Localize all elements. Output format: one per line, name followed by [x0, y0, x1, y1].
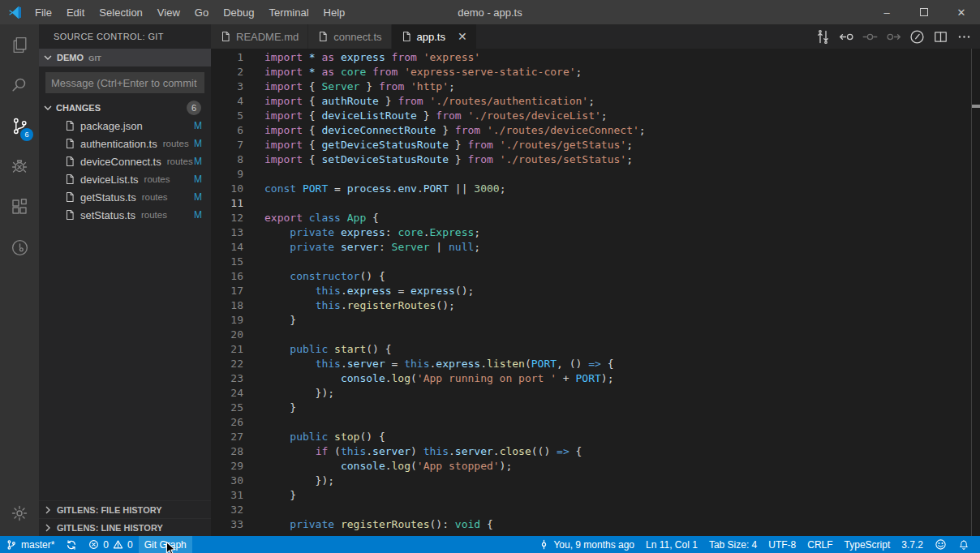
line-content: this.registerRoutes(); — [243, 298, 455, 313]
activity-extensions[interactable] — [0, 186, 39, 227]
minimize-button[interactable]: – — [868, 0, 905, 24]
close-tab-icon[interactable]: ✕ — [458, 31, 467, 42]
menu-terminal[interactable]: Terminal — [261, 0, 316, 24]
action-compare-prev[interactable] — [861, 28, 879, 45]
action-git-graph-view[interactable] — [814, 28, 832, 45]
title-bar: FileEditSelectionViewGoDebugTerminalHelp… — [0, 0, 980, 24]
activity-debug[interactable] — [0, 146, 39, 186]
indentation-item[interactable]: Tab Size: 4 — [703, 536, 763, 553]
cursor-position-item[interactable]: Ln 11, Col 1 — [640, 536, 703, 553]
file-folder: routes — [163, 139, 189, 148]
status-text: 0 — [103, 539, 109, 551]
menu-view[interactable]: View — [150, 0, 187, 24]
line-content: console.log('App stopped'); — [243, 459, 512, 474]
menu-go[interactable]: Go — [187, 0, 216, 24]
menu-debug[interactable]: Debug — [216, 0, 261, 24]
gitlens-file-history-panel[interactable]: GITLENS: FILE HISTORY — [39, 500, 211, 518]
status-text: You, 9 months ago — [553, 539, 634, 551]
chevron-down-icon — [41, 51, 54, 64]
activity-source-control[interactable]: 6 — [0, 105, 39, 146]
changed-file-row[interactable]: getStatus.tsroutesM — [39, 188, 211, 206]
activity-search[interactable] — [0, 65, 39, 105]
sync-icon — [66, 539, 77, 551]
code-editor[interactable]: 1import * as express from 'express'2impo… — [211, 49, 980, 536]
line-content: import { Server } from 'http'; — [243, 79, 455, 94]
file-icon — [317, 31, 329, 42]
status-text: Git Graph — [144, 539, 187, 551]
line-content: import { setDeviceStatusRoute } from './… — [243, 152, 633, 167]
line-number: 18 — [211, 298, 243, 313]
menu-bar: FileEditSelectionViewGoDebugTerminalHelp — [28, 0, 352, 24]
ts-version-item[interactable]: 3.7.2 — [896, 536, 929, 553]
branch-item[interactable]: master* — [0, 536, 60, 553]
tab-label: connect.ts — [333, 31, 381, 43]
repo-header[interactable]: DEMO GIT — [39, 49, 211, 66]
close-button[interactable]: ✕ — [943, 0, 980, 24]
changed-file-row[interactable]: deviceList.tsroutesM — [39, 170, 211, 188]
line-content: import * as core from 'express-serve-sta… — [243, 65, 582, 79]
blame-annotation-item[interactable]: You, 9 months ago — [533, 536, 640, 553]
changes-section-header[interactable]: CHANGES 6 — [39, 99, 211, 117]
changed-file-row[interactable]: deviceConnect.tsroutesM — [39, 152, 211, 170]
action-compare-next[interactable] — [884, 28, 902, 45]
changed-file-row[interactable]: setStatus.tsroutesM — [39, 206, 211, 224]
encoding-item[interactable]: UTF-8 — [763, 536, 802, 553]
menu-file[interactable]: File — [28, 0, 59, 24]
line-content — [243, 167, 264, 182]
line-content: const PORT = process.env.PORT || 3000; — [243, 182, 505, 196]
changed-file-row[interactable]: authentication.tsroutesM — [39, 135, 211, 152]
feedback-item[interactable] — [929, 536, 952, 553]
line-number: 12 — [211, 211, 243, 225]
action-gitlens-file-history[interactable] — [908, 28, 926, 45]
language-item[interactable]: TypeScript — [839, 536, 896, 553]
menu-help[interactable]: Help — [316, 0, 353, 24]
menu-edit[interactable]: Edit — [59, 0, 92, 24]
code-area: 1import * as express from 'express'2impo… — [211, 49, 971, 536]
warning-icon — [113, 539, 123, 550]
tab-connect.ts[interactable]: connect.ts — [308, 24, 391, 49]
menu-selection[interactable]: Selection — [92, 0, 149, 24]
line-number: 26 — [211, 415, 243, 430]
tab-app.ts[interactable]: app.ts✕ — [392, 24, 477, 49]
file-icon — [64, 174, 75, 185]
code-line: 19 } — [211, 313, 971, 328]
activity-gitlens[interactable] — [0, 227, 39, 268]
editor-group: README.mdconnect.tsapp.ts✕ 1import * as … — [211, 24, 980, 536]
gitlens-line-history-panel[interactable]: GITLENS: LINE HISTORY — [39, 518, 211, 536]
status-bar: master*00Git Graph You, 9 months agoLn 1… — [0, 536, 980, 553]
code-line: 3import { Server } from 'http'; — [211, 79, 971, 94]
chevron-down-icon — [41, 101, 54, 114]
code-line: 31 } — [211, 488, 971, 503]
line-number: 17 — [211, 284, 243, 298]
activity-explorer[interactable] — [0, 24, 39, 65]
action-split-editor[interactable] — [931, 28, 949, 45]
changed-file-row[interactable]: package.jsonM — [39, 117, 211, 135]
file-folder: routes — [141, 210, 167, 220]
panel-label: GITLENS: LINE HISTORY — [57, 523, 163, 533]
maximize-button[interactable] — [905, 0, 943, 24]
line-content: console.log('App running on port ' + POR… — [243, 371, 614, 386]
source-control-sidebar: SOURCE CONTROL: GIT DEMO GIT Message (Ct… — [39, 24, 211, 536]
notifications-item[interactable] — [952, 536, 975, 553]
modified-badge: M — [194, 156, 202, 167]
problems-item[interactable]: 00 — [83, 536, 138, 553]
action-open-changes-prev[interactable] — [837, 28, 855, 45]
file-name: package.json — [80, 120, 143, 132]
window-controls: –✕ — [868, 0, 980, 24]
code-line: 9 — [211, 167, 971, 182]
editor-scrollbar[interactable] — [971, 49, 980, 536]
file-icon — [64, 138, 75, 149]
tab-README.md[interactable]: README.md — [211, 24, 308, 49]
code-line: 6import { deviceConnectRoute } from './r… — [211, 123, 971, 138]
git-graph-item[interactable]: Git Graph — [139, 536, 192, 553]
sync-item[interactable] — [60, 536, 83, 553]
line-content: private registerRoutes(): void { — [243, 517, 493, 532]
line-content: import { getDeviceStatusRoute } from './… — [243, 138, 633, 152]
panel-label: GITLENS: FILE HISTORY — [57, 505, 162, 515]
action-more-actions[interactable] — [955, 28, 973, 45]
eol-item[interactable]: CRLF — [802, 536, 838, 553]
line-content — [243, 255, 264, 269]
commit-message-input[interactable]: Message (Ctrl+Enter to commit — [45, 72, 204, 93]
code-line: 29 console.log('App stopped'); — [211, 459, 971, 474]
activity-manage[interactable] — [0, 493, 39, 534]
